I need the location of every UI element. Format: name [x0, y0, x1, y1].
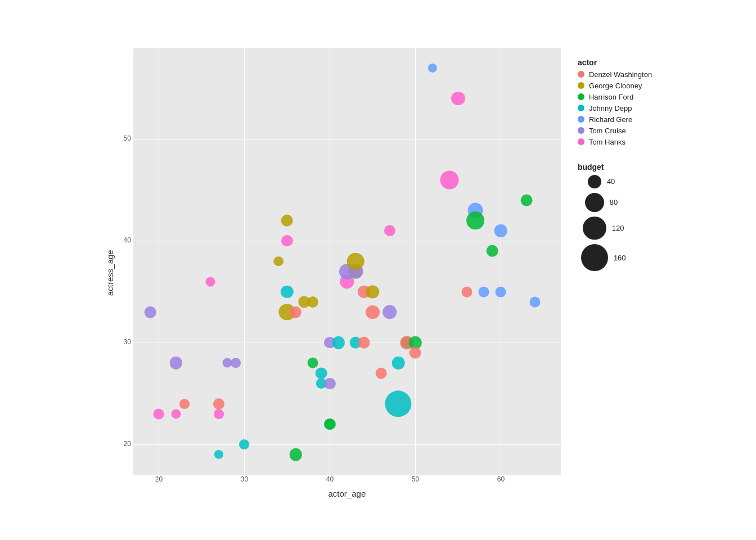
data-dot: [281, 235, 292, 246]
x-tick-20: 20: [153, 475, 164, 483]
legend-label: Harrison Ford: [589, 93, 633, 101]
budget-label: 160: [614, 254, 626, 262]
data-dot: [281, 215, 293, 227]
data-dot: [231, 358, 241, 368]
data-dot: [366, 305, 379, 319]
data-dot: [440, 170, 459, 189]
legend-label: Johnny Depp: [589, 104, 632, 112]
data-dot: [325, 419, 335, 430]
budget-legend-item-120: 120: [578, 217, 652, 240]
data-dot: [382, 305, 397, 319]
data-dot: [384, 225, 395, 236]
data-dot: [451, 92, 465, 105]
legend-label: Tom Hanks: [589, 138, 626, 146]
data-dot: [170, 357, 182, 369]
legend-label: Richard Gere: [589, 115, 632, 124]
data-dot: [530, 296, 541, 307]
actor-legend-title: actor: [578, 58, 652, 67]
data-dot: [171, 409, 181, 418]
data-dot: [521, 195, 533, 206]
data-dot: [392, 357, 404, 369]
data-dot: [385, 390, 411, 417]
legend-area: actor Denzel WashingtonGeorge ClooneyHar…: [578, 48, 652, 276]
data-dot: [487, 245, 498, 257]
y-tick-40: 40: [124, 237, 131, 244]
budget-label: 40: [607, 177, 615, 186]
data-dot: [347, 253, 364, 270]
data-dot: [358, 337, 370, 349]
legend-item-johnny-depp: Johnny Depp: [578, 104, 652, 112]
x-tick-60: 60: [495, 475, 506, 483]
data-dot: [332, 336, 344, 349]
legend-item-denzel-washington: Denzel Washington: [578, 70, 652, 79]
y-tick-50: 50: [124, 135, 131, 142]
data-dot: [290, 307, 302, 318]
legend-item-harrison-ford: Harrison Ford: [578, 93, 652, 101]
y-axis-label: actress_age: [104, 48, 115, 498]
y-tick-30: 30: [124, 339, 131, 345]
data-dot: [289, 448, 302, 461]
x-tick-50: 50: [410, 475, 421, 483]
data-dot: [428, 64, 437, 73]
y-tick-20: 20: [124, 440, 131, 447]
y-axis-ticks: 20304050: [118, 48, 133, 475]
data-dot: [466, 212, 484, 230]
data-dot: [214, 450, 223, 459]
data-dot: [205, 277, 215, 286]
budget-legend-title: budget: [578, 163, 652, 172]
legend-item-tom-cruise: Tom Cruise: [578, 127, 652, 135]
legend-item-george-clooney: George Clooney: [578, 82, 652, 90]
data-dot: [375, 367, 387, 379]
data-dot: [154, 408, 164, 419]
data-dot: [240, 439, 250, 449]
data-dot: [145, 307, 156, 318]
data-dot: [213, 398, 224, 410]
data-dot: [479, 286, 489, 297]
x-axis-ticks: 2030405060: [133, 475, 561, 487]
data-dot: [324, 378, 335, 389]
x-tick-30: 30: [238, 475, 250, 483]
legend-item-tom-hanks: Tom Hanks: [578, 138, 652, 146]
legend-item-richard-gere: Richard Gere: [578, 115, 652, 124]
data-dot: [308, 358, 318, 368]
data-dot: [214, 409, 224, 419]
x-axis-label: actor_age: [133, 489, 561, 498]
data-dot: [410, 347, 421, 359]
data-dot: [307, 296, 318, 308]
data-dot: [281, 286, 293, 298]
data-dot: [316, 367, 327, 379]
budget-legend-item-40: 40: [578, 175, 652, 188]
data-dot: [461, 286, 472, 297]
budget-legend-item-80: 80: [578, 193, 652, 212]
legend-label: George Clooney: [589, 82, 642, 90]
data-dot: [179, 399, 190, 409]
data-dot: [494, 224, 507, 237]
x-tick-40: 40: [324, 475, 335, 483]
data-dot: [366, 285, 379, 298]
legend-label: Tom Cruise: [589, 127, 626, 135]
budget-legend-item-160: 160: [578, 244, 652, 271]
budget-label: 120: [612, 224, 624, 232]
plot-area-wrapper: actress_age 20304050 2030405060 actor_ag…: [104, 48, 561, 498]
budget-legend: 4080120160: [578, 175, 652, 276]
plot-background: [133, 48, 561, 475]
legend-label: Denzel Washington: [589, 70, 652, 79]
data-dot: [496, 286, 506, 297]
budget-label: 80: [610, 198, 618, 206]
actor-legend: Denzel WashingtonGeorge ClooneyHarrison …: [578, 70, 652, 149]
chart-container: actress_age 20304050 2030405060 actor_ag…: [98, 37, 658, 504]
data-dot: [273, 256, 284, 267]
